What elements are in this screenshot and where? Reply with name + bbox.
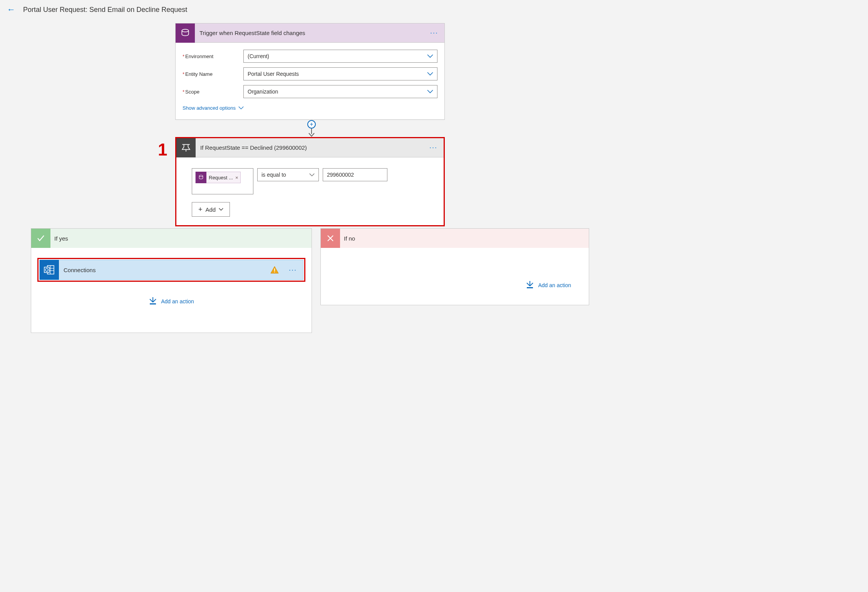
scope-label: *Scope: [183, 89, 243, 95]
dataverse-icon: [176, 23, 195, 43]
condition-header[interactable]: If RequestState == Declined (299600002) …: [176, 138, 444, 157]
condition-card[interactable]: If RequestState == Declined (299600002) …: [175, 137, 445, 226]
trigger-card[interactable]: Trigger when RequestState field changes …: [175, 23, 445, 120]
scope-select[interactable]: Organization: [243, 85, 437, 98]
dataverse-icon: [196, 172, 206, 183]
remove-token-icon[interactable]: ×: [233, 175, 238, 181]
condition-icon: [176, 138, 196, 157]
page-title: Portal User Request: Send Email on Decli…: [23, 6, 187, 14]
top-bar: ← Portal User Request: Send Email on Dec…: [0, 0, 868, 19]
condition-body: Request ... × is equal to 299600002 + Ad…: [176, 157, 444, 225]
chevron-down-icon: [219, 208, 223, 211]
outlook-icon: [40, 260, 59, 280]
trigger-header[interactable]: Trigger when RequestState field changes …: [176, 23, 444, 43]
entity-select[interactable]: Portal User Requests: [243, 67, 437, 80]
condition-value-input[interactable]: 299600002: [323, 168, 387, 181]
chevron-down-icon: [427, 54, 433, 58]
svg-rect-15: [150, 303, 156, 304]
warning-icon: [266, 266, 283, 274]
connections-menu-icon[interactable]: ···: [283, 266, 303, 274]
annotation-1: 1: [158, 140, 167, 159]
svg-line-13: [150, 299, 153, 302]
connections-highlight: Connections ···: [37, 258, 305, 282]
condition-operator-select[interactable]: is equal to: [257, 168, 319, 181]
trigger-menu-icon[interactable]: ···: [424, 29, 444, 37]
env-label: *Environment: [183, 54, 243, 59]
condition-title: If RequestState == Declined (299600002): [196, 144, 423, 151]
if-yes-header: If yes: [31, 229, 312, 248]
arrow-down-icon: [308, 128, 315, 137]
if-yes-branch: If yes Connections ··· Add an action: [31, 228, 312, 333]
condition-add-button[interactable]: + Add: [192, 202, 230, 217]
if-no-branch: If no Add an action: [320, 228, 589, 305]
chevron-down-icon: [309, 173, 315, 177]
svg-rect-21: [527, 287, 533, 288]
svg-rect-10: [274, 269, 275, 271]
if-yes-title: If yes: [50, 235, 72, 242]
if-no-header: If no: [321, 229, 589, 248]
condition-left-operand[interactable]: Request ... ×: [192, 168, 253, 194]
svg-point-3: [199, 175, 203, 177]
yes-add-action-link[interactable]: Add an action: [40, 297, 303, 306]
connector: +: [307, 120, 316, 137]
svg-line-14: [153, 299, 156, 302]
connections-action[interactable]: Connections ···: [39, 260, 303, 280]
svg-line-19: [527, 283, 530, 286]
entity-label: *Entity Name: [183, 71, 243, 77]
add-action-icon: [526, 281, 534, 289]
svg-rect-11: [274, 272, 275, 273]
no-add-action-link[interactable]: Add an action: [329, 281, 571, 289]
close-icon: [321, 229, 340, 248]
check-icon: [31, 229, 50, 248]
show-advanced-link[interactable]: Show advanced options: [183, 105, 244, 111]
chevron-down-icon: [427, 90, 433, 94]
trigger-body: *Environment (Current) *Entity Name Port…: [176, 43, 444, 119]
add-step-button[interactable]: +: [307, 120, 316, 129]
svg-line-20: [530, 283, 533, 286]
chevron-down-icon: [427, 72, 433, 76]
condition-menu-icon[interactable]: ···: [423, 144, 444, 152]
trigger-title: Trigger when RequestState field changes: [195, 30, 424, 36]
env-select[interactable]: (Current): [243, 50, 437, 63]
back-arrow-icon[interactable]: ←: [7, 5, 23, 15]
svg-point-0: [182, 29, 188, 32]
add-action-icon: [149, 297, 157, 306]
if-no-title: If no: [340, 235, 359, 242]
connections-title: Connections: [59, 267, 266, 273]
dynamic-token[interactable]: Request ... ×: [195, 172, 241, 183]
